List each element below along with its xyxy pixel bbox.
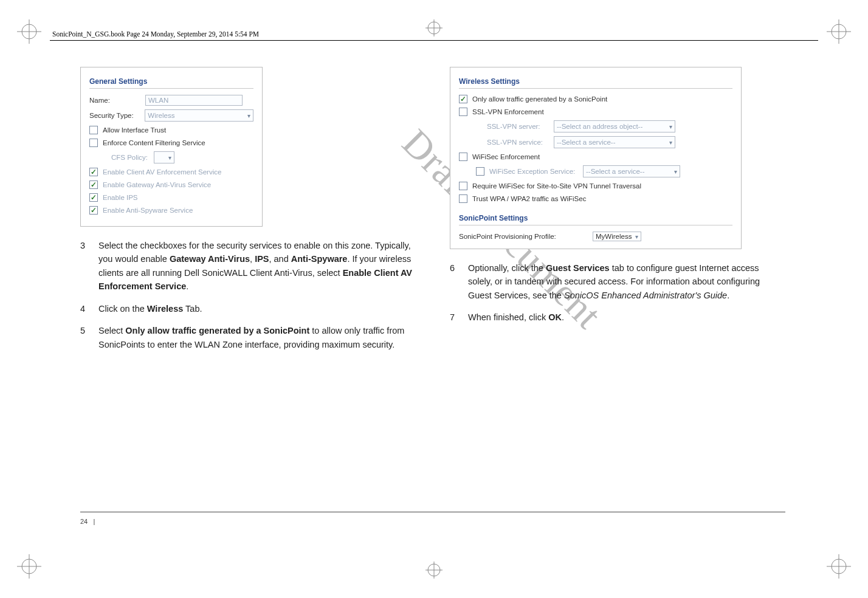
- enable-antispyware-checkbox[interactable]: [89, 206, 98, 215]
- ssl-vpn-server-label: SSL-VPN server:: [487, 123, 554, 130]
- require-wifisec-label: Require WiFiSec for Site-to-Site VPN Tun…: [472, 182, 641, 190]
- wifisec-exception-label: WiFiSec Exception Service:: [489, 168, 580, 175]
- general-settings-title: General Settings: [89, 77, 253, 89]
- ssl-vpn-service-select[interactable]: --Select a service--▾: [554, 136, 675, 148]
- wifisec-enforcement-checkbox[interactable]: [459, 153, 467, 161]
- wifisec-enforcement-label: WiFiSec Enforcement: [472, 153, 540, 160]
- wifisec-exception-select[interactable]: --Select a service--▾: [583, 165, 680, 177]
- chevron-down-icon: ▾: [635, 233, 638, 240]
- print-mark-icon: [827, 554, 851, 579]
- enforce-cfs-checkbox[interactable]: [89, 139, 98, 147]
- cfs-policy-label: CFS Policy:: [111, 154, 154, 161]
- footer-rule: [80, 512, 785, 512]
- enable-client-av-checkbox[interactable]: [89, 168, 98, 176]
- cfs-policy-select[interactable]: ▾: [154, 151, 174, 163]
- step-7-text: When finished, click OK.: [468, 311, 785, 324]
- security-type-select[interactable]: Wireless▾: [145, 109, 253, 122]
- general-settings-panel: General Settings Name: Security Type: Wi…: [80, 67, 263, 227]
- step-number: 6: [450, 261, 468, 302]
- step-number: 3: [80, 239, 98, 294]
- ssl-vpn-server-select[interactable]: --Select an address object--▾: [554, 120, 675, 132]
- provisioning-profile-select[interactable]: MyWireless▾: [593, 232, 641, 241]
- only-allow-sonicpoint-checkbox[interactable]: [459, 95, 467, 103]
- step-4-text: Click on the Wireless Tab.: [98, 302, 416, 315]
- crosshair-icon: [425, 19, 443, 36]
- chevron-down-icon: ▾: [247, 112, 250, 119]
- header-text: SonicPoint_N_GSG.book Page 24 Monday, Se…: [52, 30, 259, 38]
- only-allow-sonicpoint-label: Only allow traffic generated by a SonicP…: [472, 95, 607, 103]
- enable-client-av-label: Enable Client AV Enforcement Service: [103, 168, 221, 176]
- provisioning-profile-label: SonicPoint Provisioning Profile:: [459, 233, 593, 240]
- print-mark-icon: [827, 19, 851, 44]
- name-input[interactable]: [145, 95, 243, 106]
- step-3-text: Select the checkboxes for the security s…: [98, 239, 416, 294]
- wifisec-exception-checkbox[interactable]: [476, 167, 484, 176]
- enable-ips-label: Enable IPS: [103, 194, 138, 201]
- trust-wpa-label: Trust WPA / WPA2 traffic as WiFiSec: [472, 195, 586, 202]
- name-label: Name:: [89, 97, 145, 104]
- crosshair-icon: [425, 562, 443, 579]
- enable-ips-checkbox[interactable]: [89, 193, 98, 202]
- step-number: 7: [450, 311, 468, 324]
- ssl-vpn-enforcement-label: SSL-VPN Enforcement: [472, 108, 544, 115]
- enable-gateway-av-label: Enable Gateway Anti-Virus Service: [103, 181, 211, 188]
- require-wifisec-checkbox[interactable]: [459, 182, 467, 190]
- wireless-settings-title: Wireless Settings: [459, 77, 732, 89]
- wireless-settings-panel: Wireless Settings Only allow traffic gen…: [450, 67, 742, 249]
- enable-antispyware-label: Enable Anti-Spyware Service: [103, 207, 193, 214]
- allow-interface-trust-label: Allow Interface Trust: [103, 126, 166, 134]
- allow-interface-trust-checkbox[interactable]: [89, 126, 98, 134]
- step-6-text: Optionally, click the Guest Services tab…: [468, 261, 785, 302]
- print-mark-icon: [17, 19, 41, 44]
- ssl-vpn-service-label: SSL-VPN service:: [487, 139, 554, 146]
- ssl-vpn-enforcement-checkbox[interactable]: [459, 108, 467, 116]
- chevron-down-icon: ▾: [669, 139, 672, 146]
- chevron-down-icon: ▾: [674, 168, 677, 175]
- enable-gateway-av-checkbox[interactable]: [89, 180, 98, 189]
- chevron-down-icon: ▾: [168, 154, 171, 161]
- step-5-text: Select Only allow traffic generated by a…: [98, 324, 416, 351]
- footer-page-number: 24 |: [80, 518, 95, 525]
- print-mark-icon: [17, 554, 41, 579]
- trust-wpa-checkbox[interactable]: [459, 194, 467, 203]
- header-rule: [50, 40, 818, 41]
- step-number: 5: [80, 324, 98, 351]
- chevron-down-icon: ▾: [669, 123, 672, 130]
- step-number: 4: [80, 302, 98, 315]
- security-type-label: Security Type:: [89, 112, 145, 119]
- enforce-cfs-label: Enforce Content Filtering Service: [103, 139, 205, 146]
- sonicpoint-settings-title: SonicPoint Settings: [459, 214, 732, 225]
